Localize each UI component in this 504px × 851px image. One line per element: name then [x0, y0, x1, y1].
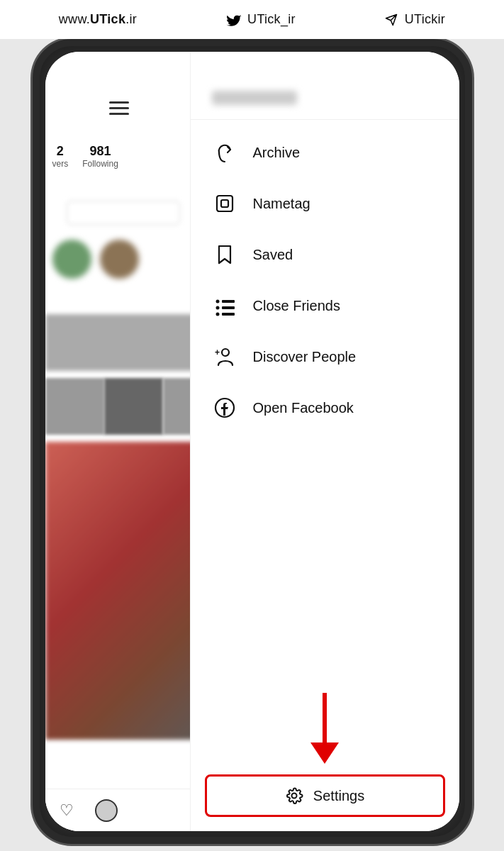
red-arrow	[310, 693, 339, 764]
story-circle	[100, 240, 139, 279]
right-panel: Archive Nametag	[190, 52, 459, 831]
settings-label: Settings	[313, 788, 364, 804]
open-facebook-label: Open Facebook	[253, 400, 354, 416]
phone-wrapper: 2 vers 981 Following	[33, 39, 472, 844]
edit-profile-button	[67, 201, 180, 225]
arrow-section	[191, 672, 459, 774]
settings-icon	[285, 786, 303, 805]
saved-icon	[212, 242, 237, 267]
menu-item-close-friends[interactable]: Close Friends	[191, 280, 459, 331]
menu-item-open-facebook[interactable]: Open Facebook	[191, 382, 459, 433]
svg-point-4	[215, 313, 219, 316]
close-friends-label: Close Friends	[253, 298, 340, 314]
menu-items: Archive Nametag	[191, 120, 459, 672]
avatar	[95, 799, 118, 822]
grid-thumb	[104, 378, 163, 435]
nametag-label: Nametag	[253, 196, 310, 212]
menu-item-nametag[interactable]: Nametag	[191, 178, 459, 229]
svg-rect-5	[222, 300, 235, 303]
svg-rect-0	[217, 196, 233, 211]
grid-thumb	[45, 378, 104, 435]
open-facebook-icon	[212, 395, 237, 421]
followers-label: vers	[52, 159, 69, 169]
profile-stats: 2 vers 981 Following	[52, 144, 118, 169]
story-circle	[52, 240, 91, 279]
following-count: 981	[90, 144, 111, 159]
close-friends-icon	[212, 293, 237, 318]
phone-frame: 2 vers 981 Following	[33, 39, 472, 844]
followers-stat: 2 vers	[52, 144, 69, 169]
nametag-icon	[212, 191, 237, 216]
telegram-handle: UTickir	[384, 12, 445, 27]
svg-rect-7	[222, 313, 235, 316]
archive-icon	[212, 140, 237, 165]
menu-item-discover-people[interactable]: + Discover People	[191, 331, 459, 382]
arrow-line	[323, 693, 327, 742]
svg-text:+: +	[215, 347, 220, 357]
menu-item-saved[interactable]: Saved	[191, 229, 459, 280]
menu-header	[191, 52, 459, 120]
following-label: Following	[82, 159, 118, 169]
following-stat: 981 Following	[82, 144, 118, 169]
website-text: www.UTick.ir	[59, 12, 137, 27]
heart-icon: ♡	[60, 801, 74, 820]
svg-point-8	[222, 349, 229, 356]
phone-screen: 2 vers 981 Following	[45, 52, 459, 831]
arrow-head	[310, 742, 339, 764]
twitter-handle: UTick_ir	[226, 12, 296, 27]
menu-item-archive[interactable]: Archive	[191, 127, 459, 178]
archive-label: Archive	[253, 145, 301, 161]
svg-rect-1	[221, 200, 228, 207]
settings-bar[interactable]: Settings	[205, 774, 445, 817]
followers-count: 2	[57, 144, 64, 159]
discover-people-icon: +	[212, 344, 237, 369]
hamburger-icon	[109, 101, 129, 115]
watermark-bar: www.UTick.ir UTick_ir UTickir	[0, 0, 504, 39]
saved-label: Saved	[253, 247, 293, 263]
svg-rect-6	[222, 306, 235, 309]
discover-people-label: Discover People	[253, 349, 357, 365]
username-blurred	[212, 91, 297, 105]
stories-area	[52, 240, 139, 279]
svg-point-2	[215, 300, 219, 304]
svg-point-3	[215, 306, 219, 310]
